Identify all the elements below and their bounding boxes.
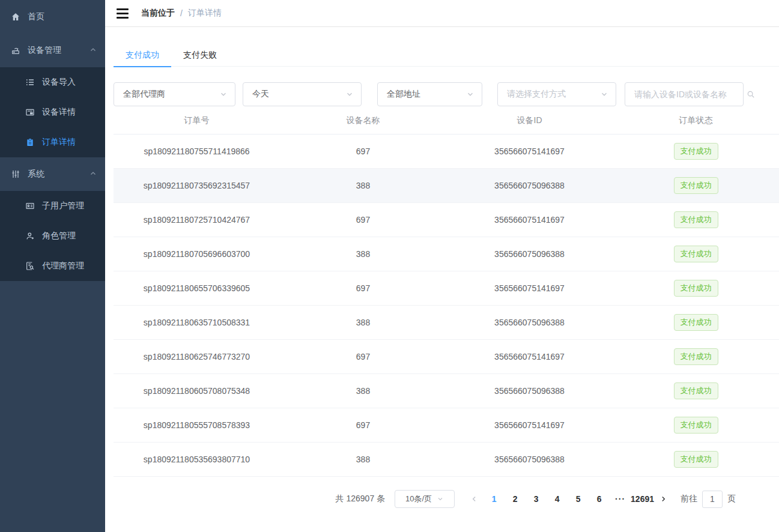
device-name-cell: 697 (280, 215, 446, 225)
sidebar-item-subuser-management[interactable]: 子用户管理 (0, 191, 105, 221)
order-no-cell: sp180921180625746773270 (114, 352, 280, 361)
orders-table: 订单号 设备名称 设备ID 订单状态 sp1809211807557114198… (114, 107, 779, 477)
device-search-box (625, 82, 744, 106)
table-body: sp180921180755711419866 697 356566075141… (114, 135, 779, 477)
order-no-cell: sp180921180605708075348 (114, 386, 280, 396)
tab-payment-failed[interactable]: 支付失败 (171, 43, 229, 67)
sidebar-item-home[interactable]: 首页 (0, 0, 105, 34)
order-status-cell: 支付成功 (613, 348, 779, 365)
chevron-down-icon (219, 90, 228, 98)
sidebar-item-label: 设备导入 (42, 77, 76, 88)
status-badge: 支付成功 (674, 246, 718, 262)
device-name-cell: 697 (280, 420, 446, 430)
home-icon (11, 12, 20, 22)
column-header-device-id: 设备ID (446, 115, 613, 126)
table-header-row: 订单号 设备名称 设备ID 订单状态 (114, 107, 779, 135)
page-button-4[interactable]: 4 (547, 494, 568, 504)
device-name-cell: 388 (280, 455, 446, 464)
table-row[interactable]: sp180921180535693807710 388 356566075096… (114, 443, 779, 477)
content: 支付成功 支付失败 全部代理商 今天 全部地址 (105, 27, 779, 508)
page-button-5[interactable]: 5 (568, 494, 589, 504)
table-row[interactable]: sp180921180625746773270 697 356566075141… (114, 340, 779, 374)
page-button-6[interactable]: 6 (589, 494, 610, 504)
status-badge: 支付成功 (674, 177, 718, 194)
hamburger-icon[interactable] (111, 2, 134, 25)
device-name-cell: 697 (280, 352, 446, 361)
device-id-cell: 356566075096388 (446, 455, 613, 464)
table-row[interactable]: sp180921180755711419866 697 356566075141… (114, 135, 779, 169)
sidebar-item-label: 角色管理 (42, 231, 76, 241)
device-id-cell: 356566075141697 (446, 283, 613, 293)
order-status-cell: 支付成功 (613, 280, 779, 297)
order-status-cell: 支付成功 (613, 177, 779, 194)
goto-page-input[interactable] (702, 491, 723, 508)
page-button-last[interactable]: 12691 (631, 494, 654, 504)
chevron-up-icon (89, 46, 97, 55)
topbar: 当前位于 / 订单详情 (105, 0, 779, 27)
sidebar-item-order-detail[interactable]: 订单详情 (0, 127, 105, 157)
chevron-up-icon (89, 169, 97, 179)
page-size-select[interactable]: 10条/页 (395, 490, 455, 508)
table-row[interactable]: sp180921180705696603700 388 356566075096… (114, 237, 779, 271)
table-row[interactable]: sp180921180735692315457 388 356566075096… (114, 169, 779, 203)
id-card-icon (25, 201, 35, 211)
sidebar-group-system[interactable]: 系统 (0, 157, 105, 191)
page-button-1[interactable]: 1 (483, 494, 505, 504)
page-size-value: 10条/页 (405, 494, 432, 504)
payment-method-placeholder: 请选择支付方式 (507, 89, 600, 100)
device-name-cell: 388 (280, 318, 446, 327)
sidebar-group-label: 设备管理 (28, 45, 61, 56)
chevron-down-icon (345, 90, 354, 98)
device-search-input[interactable] (634, 89, 743, 99)
pagination-ellipsis[interactable]: ··· (610, 494, 631, 504)
status-badge: 支付成功 (674, 417, 718, 434)
device-management-icon (11, 46, 20, 55)
sidebar-group-device-management[interactable]: 设备管理 (0, 34, 105, 67)
breadcrumb-root: 当前位于 (141, 8, 175, 19)
device-name-cell: 697 (280, 283, 446, 293)
search-icon[interactable] (747, 90, 755, 98)
sidebar-item-role-management[interactable]: 角色管理 (0, 221, 105, 251)
sidebar-item-device-detail[interactable]: 设备详情 (0, 97, 105, 127)
device-id-cell: 356566075141697 (446, 147, 613, 156)
device-name-cell: 388 (280, 386, 446, 396)
agent-select[interactable]: 全部代理商 (114, 82, 235, 106)
goto-label: 前往 (680, 494, 697, 504)
date-select[interactable]: 今天 (243, 82, 362, 106)
sidebar-item-label: 子用户管理 (42, 201, 84, 211)
next-page-icon[interactable] (654, 495, 672, 503)
table-row[interactable]: sp180921180635710508331 388 356566075096… (114, 306, 779, 340)
column-header-device-name: 设备名称 (280, 115, 446, 126)
prev-page-icon[interactable] (465, 495, 483, 503)
device-name-cell: 388 (280, 181, 446, 190)
page-button-2[interactable]: 2 (505, 494, 526, 504)
tab-payment-success[interactable]: 支付成功 (114, 43, 171, 67)
sidebar-item-device-import[interactable]: 设备导入 (0, 67, 105, 97)
chevron-down-icon (600, 90, 608, 98)
table-row[interactable]: sp180921180605708075348 388 356566075096… (114, 374, 779, 408)
table-row[interactable]: sp180921180725710424767 697 356566075141… (114, 203, 779, 237)
total-count-label: 共 126907 条 (336, 494, 386, 504)
sidebar-group-label: 系统 (28, 169, 44, 180)
order-no-cell: sp180921180755711419866 (114, 147, 280, 156)
tabs-bar: 支付成功 支付失败 (114, 43, 779, 67)
sidebar-item-label: 首页 (28, 11, 44, 22)
device-id-cell: 356566075141697 (446, 420, 613, 430)
payment-method-select[interactable]: 请选择支付方式 (497, 82, 616, 106)
column-header-order-no: 订单号 (114, 115, 280, 126)
order-no-cell: sp180921180655706339605 (114, 283, 280, 293)
order-status-cell: 支付成功 (613, 143, 779, 160)
address-select[interactable]: 全部地址 (377, 82, 482, 106)
page-button-3[interactable]: 3 (526, 494, 547, 504)
device-id-cell: 356566075141697 (446, 215, 613, 225)
order-no-cell: sp180921180555708578393 (114, 420, 280, 430)
order-no-cell: sp180921180535693807710 (114, 455, 280, 464)
breadcrumb-separator: / (180, 8, 183, 18)
table-row[interactable]: sp180921180555708578393 697 356566075141… (114, 408, 779, 443)
table-row[interactable]: sp180921180655706339605 697 356566075141… (114, 271, 779, 306)
order-no-cell: sp180921180725710424767 (114, 215, 280, 225)
sidebar-item-agent-management[interactable]: 代理商管理 (0, 251, 105, 281)
status-badge: 支付成功 (674, 143, 718, 160)
order-status-cell: 支付成功 (613, 451, 779, 468)
device-id-cell: 356566075096388 (446, 181, 613, 190)
